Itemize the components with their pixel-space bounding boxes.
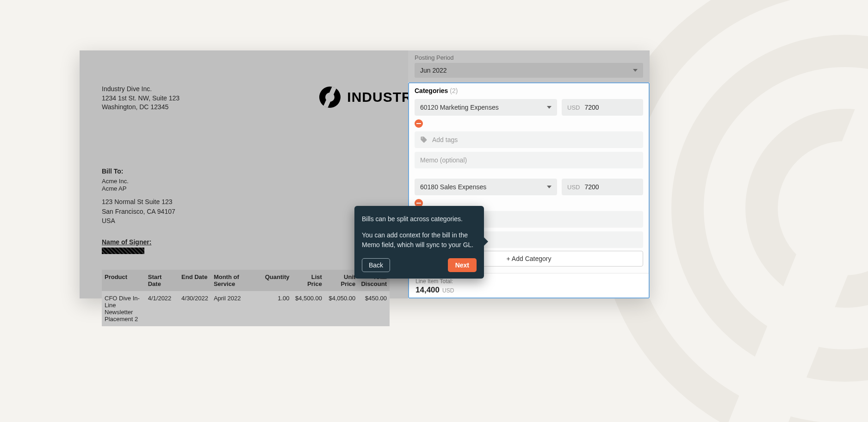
amount-currency: USD [567,104,580,111]
td-start: 4/1/2022 [145,291,179,326]
td-month: April 2022 [211,291,262,326]
th-end: End Date [179,270,211,291]
bill-to-street: 123 Normal St Suite 123 [102,197,390,206]
tour-text-2: You can add context for the bill in the … [362,230,477,250]
categories-label: Categories [415,87,448,94]
td-list: $4,500.00 [292,291,324,326]
table-header-row: Product Start Date End Date Month of Ser… [102,270,390,291]
category-select[interactable]: 60180 Sales Expenses [415,179,557,195]
tour-text-1: Bills can be split across categories. [362,214,477,224]
memo-placeholder: Memo (optional) [420,156,467,164]
tags-input[interactable]: Add tags [415,131,643,148]
tags-placeholder: Add tags [432,136,458,143]
chevron-down-icon [547,106,552,109]
tag-icon [420,136,428,143]
category-name: 60120 Marketing Expenses [420,104,499,111]
signer-label: Name of Signer: [102,238,390,246]
chevron-down-icon [633,69,638,72]
minus-icon [416,123,421,124]
bill-to-name2: Acme AP [102,185,390,192]
line-items-table: Product Start Date End Date Month of Ser… [102,270,390,326]
posting-period-select[interactable]: Jun 2022 [415,63,643,78]
remove-category-button[interactable] [415,119,423,128]
minus-icon [416,203,421,204]
signer-redacted [102,248,144,254]
bill-to-citystate: San Francisco, CA 94107 [102,207,390,216]
category-name: 60180 Sales Expenses [420,183,486,191]
bill-to-names: Acme Inc. Acme AP [102,178,390,193]
svg-rect-4 [416,123,421,124]
th-qty: Quantity [262,270,292,291]
th-unit: Unit Price [325,270,358,291]
amount-input[interactable]: USD 7200 [562,99,643,116]
td-unit: $4,050.00 [325,291,358,326]
next-button[interactable]: Next [448,258,477,272]
chevron-down-icon [547,186,552,188]
categories-header: Categories (2) [409,83,649,99]
bill-to-address: 123 Normal St Suite 123 San Francisco, C… [102,197,390,225]
category-item: 60120 Marketing Expenses USD 7200 Ad [415,99,643,168]
amount-value: 7200 [584,104,599,111]
bill-to-label: Bill To: [102,168,390,175]
th-product: Product [102,270,145,291]
amount-currency: USD [567,184,580,191]
totals-amount: 14,400 [415,285,440,295]
categories-count: (2) [450,87,458,94]
back-button[interactable]: Back [362,258,390,272]
amount-value: 7200 [584,183,599,191]
tour-tooltip: Bills can be split across categories. Yo… [354,206,484,279]
logo-mark-icon [319,87,341,108]
svg-rect-5 [416,203,421,204]
posting-period-label: Posting Period [415,54,643,61]
bill-to-name1: Acme Inc. [102,178,390,185]
td-product: CFO Dive In-Line Newsletter Placement 2 [102,291,145,326]
td-qty: 1.00 [262,291,292,326]
th-list: List Price [292,270,324,291]
posting-period-block: Posting Period Jun 2022 [408,50,650,82]
table-row: CFO Dive In-Line Newsletter Placement 2 … [102,291,390,326]
totals-label: Line Item Total: [415,278,642,285]
app-frame: Industry Dive Inc. 1234 1st St. NW, Suit… [80,50,650,298]
th-start: Start Date [145,270,179,291]
td-end: 4/30/2022 [179,291,211,326]
category-select[interactable]: 60120 Marketing Expenses [415,99,557,116]
th-month: Month of Service [211,270,262,291]
memo-input[interactable]: Memo (optional) [415,152,643,168]
totals-currency: USD [442,287,454,294]
td-discount: $450.00 [358,291,390,326]
bill-to-country: USA [102,216,390,225]
posting-period-value: Jun 2022 [420,67,447,74]
amount-input[interactable]: USD 7200 [562,179,643,195]
